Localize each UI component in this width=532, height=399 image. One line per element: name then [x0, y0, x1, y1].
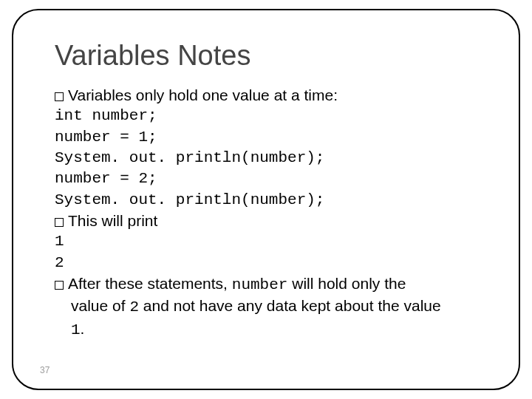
output-line-1: 1	[55, 231, 477, 252]
bullet-item-3-continuation: value of 2 and not have any data kept ab…	[55, 296, 477, 341]
square-bullet-icon	[55, 92, 64, 101]
slide-title: Variables Notes	[55, 40, 477, 72]
slide: Variables Notes Variables only hold one …	[0, 0, 532, 399]
bullet-item-2: This will print	[55, 211, 477, 231]
bullet-text-3c: and not have any data kept about the val…	[139, 297, 441, 314]
bullet-text-3a: After these statements,	[68, 275, 232, 292]
slide-body: Variables only hold one value at a time:…	[55, 85, 477, 341]
slide-frame: Variables Notes Variables only hold one …	[12, 9, 520, 390]
inline-code-1: 1	[71, 321, 81, 338]
code-line-1: int number;	[55, 106, 477, 126]
bullet-item-3: After these statements, number will hold…	[55, 273, 477, 341]
bullet-text-3b: will hold only the	[287, 275, 406, 292]
bullet-text-3b2: value of	[71, 297, 129, 314]
code-line-5: System. out. println(number);	[55, 190, 477, 211]
bullet-text-1: Variables only hold one value at a time:	[68, 86, 338, 103]
bullet-text-2: This will print	[68, 212, 157, 229]
square-bullet-icon	[55, 218, 64, 227]
code-line-2: number = 1;	[55, 127, 477, 148]
square-bullet-icon	[55, 281, 64, 290]
bullet-item-1: Variables only hold one value at a time:	[55, 85, 477, 106]
output-line-2: 2	[55, 253, 477, 273]
inline-code-2: 2	[129, 299, 139, 316]
bullet-text-3d: .	[81, 320, 85, 337]
inline-code-number: number	[232, 276, 288, 293]
page-number: 37	[40, 365, 50, 375]
code-line-3: System. out. println(number);	[55, 148, 477, 168]
code-line-4: number = 2;	[55, 168, 477, 189]
